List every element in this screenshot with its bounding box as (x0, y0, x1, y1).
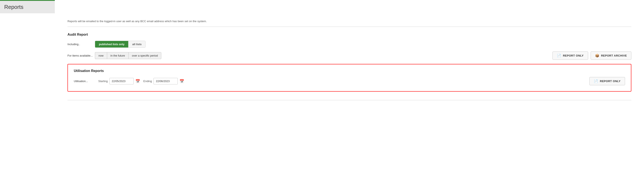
utilisation-row: Utilisation... Starting 📅 Ending 📅 📄 (74, 77, 625, 85)
header-bar: Reports (0, 0, 55, 13)
starting-calendar-icon[interactable]: 📅 (136, 79, 140, 84)
period-group: now in the future over a specific period (95, 52, 161, 59)
toggle-all-lists[interactable]: all lists (128, 41, 145, 48)
archive-icon: 📦 (595, 54, 600, 58)
including-label: Including.. (68, 43, 95, 46)
audit-report-archive-button[interactable]: 📦 REPORT ARCHIVE (591, 52, 631, 60)
audit-report-only-label: REPORT ONLY (563, 54, 584, 57)
util-report-only-button[interactable]: 📄 REPORT ONLY (590, 77, 625, 85)
for-items-label: For items available... (68, 54, 95, 57)
util-report-only-icon: 📄 (594, 79, 598, 83)
report-only-icon: 📄 (557, 54, 561, 58)
audit-report-title: Audit Report (68, 33, 631, 37)
page-wrapper: Reports Reports will be emailed to the l… (0, 0, 644, 191)
util-report-only-label: REPORT ONLY (600, 80, 620, 83)
top-divider (68, 27, 631, 27)
utilisation-reports-section: Utilisation Reports Utilisation... Start… (68, 64, 631, 92)
toggle-published-lists[interactable]: published lists only (95, 41, 128, 48)
utilisation-label: Utilisation... (74, 80, 95, 83)
including-row: Including.. published lists only all lis… (68, 41, 631, 48)
starting-date-input[interactable] (110, 78, 134, 84)
starting-date-group: Starting 📅 (98, 78, 140, 84)
period-specific-button[interactable]: over a specific period (128, 52, 162, 59)
audit-report-only-button[interactable]: 📄 REPORT ONLY (552, 52, 588, 60)
ending-label: Ending (144, 80, 152, 83)
ending-date-group: Ending 📅 (144, 78, 184, 84)
for-items-row: For items available... now in the future… (68, 52, 631, 60)
starting-label: Starting (98, 80, 108, 83)
audit-report-archive-label: REPORT ARCHIVE (601, 54, 627, 57)
toggle-group: published lists only all lists (95, 41, 146, 48)
ending-date-input[interactable] (154, 78, 178, 84)
ending-calendar-icon[interactable]: 📅 (180, 79, 184, 84)
page-title: Reports (4, 4, 50, 10)
utilisation-reports-title: Utilisation Reports (74, 69, 625, 73)
main-content: Reports will be emailed to the logged-in… (0, 13, 644, 113)
period-now-button[interactable]: now (95, 52, 107, 59)
audit-report-section: Audit Report Including.. published lists… (68, 33, 631, 60)
period-future-button[interactable]: in the future (107, 52, 128, 59)
util-action-buttons: 📄 REPORT ONLY (590, 77, 625, 85)
info-text: Reports will be emailed to the logged-in… (68, 20, 631, 23)
audit-action-buttons: 📄 REPORT ONLY 📦 REPORT ARCHIVE (552, 52, 631, 60)
